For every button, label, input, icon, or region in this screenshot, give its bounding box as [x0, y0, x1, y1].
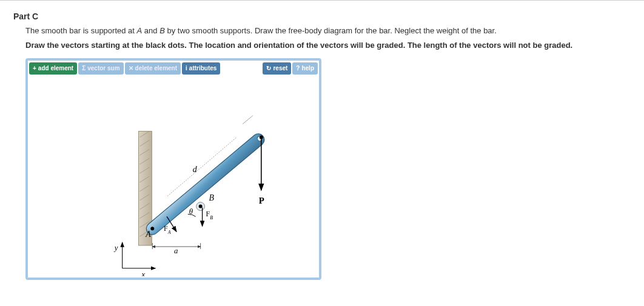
drawing-canvas[interactable]: A B FA FB θ P [29, 76, 318, 276]
sum-icon: Σ [82, 65, 86, 72]
desc-text-2: and [142, 26, 159, 35]
attributes-button[interactable]: i attributes [182, 62, 220, 75]
label-theta: θ [189, 207, 193, 216]
tick-top [243, 115, 253, 124]
reset-button[interactable]: ↻ reset [263, 62, 291, 75]
label-B: B [209, 193, 215, 202]
svg-rect-12 [144, 131, 267, 237]
label-y: y [113, 243, 118, 251]
delete-element-button[interactable]: ✕ delete element [125, 62, 181, 75]
label-x: x [141, 270, 145, 276]
label-FA: FA [164, 224, 171, 235]
dot-b [199, 204, 203, 208]
part-label: Part C [0, 7, 644, 25]
label-P: P [259, 195, 264, 205]
desc-text-1: The smooth bar is supported at [25, 26, 137, 35]
vector-sum-label: vector sum [87, 65, 119, 72]
delete-element-label: delete element [135, 65, 177, 72]
label-FB: FB [206, 210, 213, 221]
help-label: help [301, 65, 314, 72]
label-a: a [174, 246, 178, 254]
figure-svg: A B FA FB θ P [29, 76, 318, 276]
drawing-toolbar: + add element Σ vector sum ✕ delete elem… [29, 62, 318, 75]
label-d: d [193, 165, 197, 174]
label-A: A [145, 230, 151, 239]
add-element-label: add element [38, 65, 73, 72]
problem-description: The smooth bar is supported at A and B b… [0, 25, 644, 41]
reset-icon: ↻ [266, 65, 271, 72]
add-element-button[interactable]: + add element [29, 62, 77, 75]
drawing-panel: + add element Σ vector sum ✕ delete elem… [25, 58, 321, 280]
delete-icon: ✕ [129, 65, 133, 72]
help-icon: ? [296, 65, 300, 72]
point-b-italic: B [159, 26, 165, 35]
dot-a [150, 227, 154, 230]
info-icon: i [186, 65, 187, 72]
vector-sum-button[interactable]: Σ vector sum [78, 62, 123, 75]
desc-text-3: by two smooth supports. Draw the free-bo… [165, 26, 497, 35]
bar-shape [144, 131, 267, 237]
reset-label: reset [273, 65, 287, 72]
plus-icon: + [33, 65, 36, 72]
point-a-italic: A [137, 26, 143, 35]
drawing-instruction: Draw the vectors starting at the black d… [0, 41, 644, 58]
attributes-label: attributes [189, 65, 217, 72]
help-button[interactable]: ? help [292, 62, 318, 75]
